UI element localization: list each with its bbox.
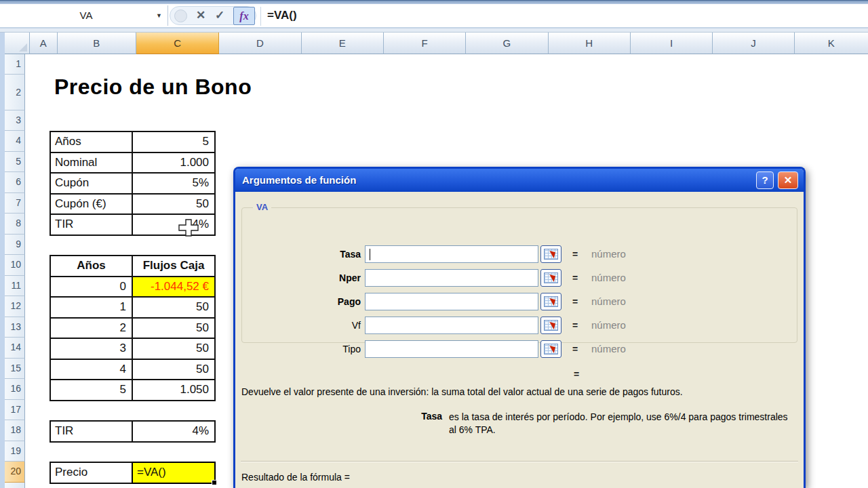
table-row[interactable]: 3 50 (51, 338, 214, 359)
equals-sign: = (570, 317, 580, 334)
column-header-i[interactable]: I (631, 33, 713, 54)
column-header-c[interactable]: C (136, 33, 219, 54)
row-header-6[interactable]: 6 (5, 172, 25, 193)
row-header-4[interactable]: 4 (5, 131, 25, 152)
cell-label[interactable]: Nominal (51, 153, 133, 173)
insert-function-button[interactable]: fx (233, 7, 255, 25)
cell-label[interactable]: TIR (51, 422, 133, 441)
row-header-5[interactable]: 5 (5, 152, 25, 173)
dialog-title-bar[interactable]: Argumentos de función (235, 169, 804, 192)
column-header[interactable]: Flujos Caja (133, 256, 214, 276)
table-row[interactable]: 0 -1.044,52 € (51, 276, 214, 297)
row-header-13[interactable]: 13 (5, 317, 25, 338)
range-selector-button[interactable] (540, 317, 561, 334)
cell-year[interactable]: 4 (51, 360, 133, 380)
row-header-1[interactable]: 1 (5, 54, 25, 75)
cell-value[interactable]: 50 (133, 339, 214, 359)
column-header-d[interactable]: D (219, 33, 301, 54)
row-header-18[interactable]: 18 (5, 420, 25, 441)
row-header-12[interactable]: 12 (5, 296, 25, 317)
row-header-2[interactable]: 2 (5, 75, 25, 110)
cell-value-highlighted[interactable]: -1.044,52 € (133, 277, 214, 297)
row-header-11[interactable]: 11 (5, 276, 25, 297)
column-header-b[interactable]: B (58, 33, 136, 54)
row-header-14[interactable]: 14 (5, 338, 25, 359)
cell-value[interactable]: 4% (133, 422, 214, 441)
formula-input[interactable]: =VA() (267, 5, 297, 26)
cell-value[interactable]: 50 (133, 298, 214, 317)
table-row[interactable]: Años 5 (51, 132, 214, 152)
cell-value[interactable]: 50 (133, 319, 214, 338)
column-header-h[interactable]: H (549, 33, 631, 54)
row-header-10[interactable]: 10 (5, 255, 25, 276)
cell-value[interactable]: 50 (133, 360, 214, 380)
row-header-16[interactable]: 16 (5, 379, 25, 400)
equals-sign: = (570, 269, 580, 287)
cell-value[interactable]: 4% (133, 215, 214, 235)
chevron-down-icon[interactable]: ▼ (156, 5, 162, 26)
active-cell-c20[interactable]: =VA() (132, 462, 216, 484)
table-row[interactable]: 2 50 (51, 317, 214, 338)
tasa-input[interactable] (365, 245, 538, 263)
help-button[interactable]: ? (756, 171, 774, 189)
row-header-15[interactable]: 15 (5, 359, 25, 380)
enter-entry-icon[interactable]: ✓ (211, 5, 229, 26)
table-row[interactable]: 1 50 (51, 296, 214, 317)
cell-label[interactable]: Precio (51, 463, 133, 483)
column-header-k[interactable]: K (795, 33, 868, 54)
cell-value[interactable]: 5% (133, 174, 214, 193)
range-selector-button[interactable] (540, 293, 561, 310)
nper-input[interactable] (365, 269, 538, 287)
row-header-20[interactable]: 20 (5, 462, 25, 483)
range-selector-button[interactable] (540, 340, 561, 358)
row-header-17[interactable]: 17 (5, 400, 25, 421)
argument-label: Vf (276, 317, 361, 334)
cell-value[interactable]: 1.000 (133, 153, 214, 173)
close-icon[interactable]: ✕ (778, 171, 798, 189)
column-header-g[interactable]: G (466, 33, 548, 54)
table-row[interactable]: Cupón 5% (51, 172, 214, 193)
tipo-input[interactable] (365, 340, 538, 358)
cell-value[interactable]: 5 (133, 132, 214, 152)
range-selector-button[interactable] (540, 245, 561, 263)
vf-input[interactable] (365, 317, 538, 334)
column-header-a[interactable]: A (30, 33, 58, 54)
select-all-button[interactable] (5, 33, 30, 54)
row-headers: 1 2 3 4 5 6 7 8 9 10 11 12 13 14 15 16 1… (5, 54, 25, 488)
cancel-entry-icon[interactable]: ✕ (192, 5, 210, 26)
row-header-8[interactable]: 8 (5, 214, 25, 235)
row-header-7[interactable]: 7 (5, 193, 25, 214)
column-header-j[interactable]: J (713, 33, 794, 54)
table-header-row[interactable]: Años Flujos Caja (51, 256, 214, 276)
sheet-title-cell[interactable]: Precio de un Bono (54, 75, 252, 100)
table-row[interactable]: TIR 4% (51, 422, 214, 441)
cell-value[interactable]: 1.050 (133, 380, 214, 400)
table-row[interactable]: 5 1.050 (51, 379, 214, 400)
cell-year[interactable]: 3 (51, 339, 133, 359)
cell-year[interactable]: 0 (51, 277, 133, 297)
row-header-3[interactable]: 3 (5, 110, 25, 131)
column-header-e[interactable]: E (302, 33, 384, 54)
cell-label[interactable]: TIR (51, 215, 133, 235)
row-header-9[interactable]: 9 (5, 235, 25, 256)
pago-input[interactable] (365, 293, 538, 310)
table-row[interactable]: 4 50 (51, 359, 214, 380)
cell-label[interactable]: Años (51, 132, 133, 152)
fill-handle[interactable] (212, 480, 216, 485)
cell-value[interactable]: 50 (133, 195, 214, 214)
name-box[interactable]: VA ▼ (5, 5, 168, 26)
cell-label[interactable]: Cupón (€) (51, 195, 133, 214)
column-header[interactable]: Años (51, 256, 133, 276)
table-row[interactable]: Cupón (€) 50 (51, 193, 214, 214)
cell-year[interactable]: 2 (51, 319, 133, 338)
column-header-f[interactable]: F (384, 33, 466, 54)
cell-label[interactable]: Cupón (51, 174, 133, 193)
range-selector-button[interactable] (540, 269, 561, 287)
row-header-21-partial[interactable] (5, 483, 25, 488)
cell-year[interactable]: 5 (51, 380, 133, 400)
table-row[interactable]: Nominal 1.000 (51, 152, 214, 173)
cell-year[interactable]: 1 (51, 298, 133, 317)
argument-help-term: Tasa (371, 411, 442, 422)
table-row[interactable]: Precio =VA() (51, 463, 214, 483)
row-header-19[interactable]: 19 (5, 441, 25, 462)
